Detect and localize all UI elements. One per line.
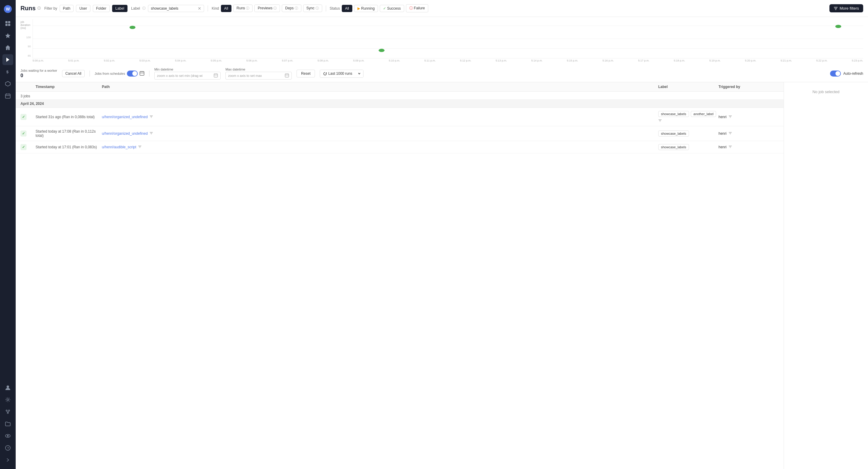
path-link[interactable]: u/henri/audible_script [102,145,136,149]
sidebar-icon-runs[interactable] [2,54,13,65]
sidebar-icon-visibility[interactable] [2,430,13,441]
schedules-toggle[interactable] [127,70,138,76]
sidebar-icon-apps[interactable] [2,79,13,89]
status-failure-btn[interactable]: ⓘ Failure [406,4,428,12]
sidebar-icon-help[interactable]: ? [2,442,13,453]
svg-point-17 [8,410,10,411]
status-success-icon: ✓ [21,130,27,136]
filter-label-btn[interactable]: Label [112,5,127,12]
reset-btn[interactable]: Reset [297,70,315,77]
calendar-icon-ctrl[interactable] [140,71,144,76]
svg-marker-9 [5,82,10,86]
path-link[interactable]: u/henri/organized_undefined [102,115,148,119]
filter-folder-btn[interactable]: Folder [93,5,110,12]
path-filter-icon[interactable] [138,145,142,149]
min-datetime-calendar-icon[interactable] [214,73,218,78]
sidebar-icon-home[interactable] [2,42,13,53]
sidebar-icon-schedule[interactable] [2,90,13,101]
status-success-btn[interactable]: ✓ Success [380,5,404,12]
table-row[interactable]: ✓ Started today at 17:08 (Ran in 0,112s … [16,126,784,141]
svg-point-18 [7,412,8,413]
kind-deps-btn[interactable]: Deps ⓘ [282,4,301,12]
main-content: Runs ⓘ Filter by Path User Folder Label … [16,0,868,469]
triggered-filter-icon[interactable] [728,131,732,136]
clear-label-btn[interactable]: ✕ [198,6,201,11]
kind-sync-btn[interactable]: Sync ⓘ [303,4,322,12]
filter-user-btn[interactable]: User [76,5,90,12]
svg-point-16 [6,410,7,411]
svg-rect-10 [5,94,10,98]
table-container: 3 jobs April 24, 2024 ✓ Started 31s ago … [16,92,784,469]
autorefresh-wrap: Auto-refresh [830,70,863,76]
path-cell: u/henri/organized_undefined [102,115,658,119]
divider-2 [326,5,326,11]
sidebar-icon-integrations[interactable] [2,406,13,417]
sidebar-icon-settings[interactable] [2,394,13,405]
label-tag: another_label [691,111,716,117]
last-runs-btn[interactable]: Last 1000 runs [320,70,355,77]
jobs-from-schedules-group: Jobs from schedules [95,70,144,76]
divider-3 [90,70,90,76]
path-filter-icon[interactable] [150,131,153,136]
label-info-icon[interactable]: ⓘ [142,6,146,10]
status-success-icon: ✓ [21,144,27,150]
last-runs-dropdown-btn[interactable] [355,70,363,77]
jobs-count: 3 jobs [16,92,784,99]
svg-marker-7 [6,58,9,62]
labels-filter-icon[interactable] [658,119,662,123]
last-runs-wrap: Last 1000 runs [320,70,363,78]
sidebar: W $ [0,0,16,469]
triggered-filter-icon[interactable] [728,145,732,149]
svg-point-22 [7,435,9,437]
cancel-all-btn[interactable]: Cancel All [62,70,85,77]
label-input[interactable] [151,6,196,10]
timestamp-cell: Started today at 17:08 (Ran in 0,112s to… [36,129,102,138]
svg-point-14 [7,385,9,388]
triggered-filter-icon[interactable] [728,115,732,119]
status-all-btn[interactable]: All [342,5,352,12]
chart-x-axis: 5:00 p.m. 5:01 p.m. 5:02 p.m. 5:03 p.m. … [33,59,863,63]
svg-text:?: ? [7,446,9,450]
col-triggered: Triggered by [718,85,779,89]
path-link[interactable]: u/henri/organized_undefined [102,131,148,136]
svg-point-28 [130,26,135,29]
max-datetime-input[interactable]: zoom x axis to set max [225,72,292,80]
sidebar-icon-expand[interactable] [2,455,13,465]
path-filter-icon[interactable] [150,115,153,119]
svg-line-19 [7,411,8,412]
filter-by-section: Filter by Path User Folder Label [44,5,127,12]
kind-runs-btn[interactable]: Runs ⓘ [233,4,253,12]
col-label: Label [658,85,718,89]
labels-cell: showcase_labels [658,130,718,136]
sidebar-icon-grid[interactable] [2,18,13,29]
min-datetime-group: Min datetime zoom x axis to set min (dra… [154,67,221,80]
path-cell: u/henri/audible_script [102,145,658,149]
svg-rect-31 [140,71,144,75]
table-row[interactable]: ✓ Started 31s ago (Ran in 0,088s total) … [16,108,784,126]
sidebar-icon-user[interactable] [2,382,13,393]
kind-all-btn[interactable]: All [221,5,231,12]
title-info-icon[interactable]: ⓘ [37,6,41,10]
max-datetime-calendar-icon[interactable] [285,73,289,78]
status-running-btn[interactable]: ▶ Running [354,5,378,12]
sidebar-icon-billing[interactable]: $ [2,66,13,77]
sidebar-icon-star[interactable] [2,30,13,41]
svg-point-30 [835,25,841,28]
logo[interactable]: W [2,4,13,14]
triggered-cell: henri [718,131,779,136]
sidebar-icon-folders[interactable] [2,418,13,429]
label-input-wrap: ✕ [148,5,204,12]
autorefresh-toggle[interactable] [830,70,841,76]
svg-rect-3 [8,21,10,23]
labels-cell: showcase_labels another_label [658,111,718,123]
filter-path-btn[interactable]: Path [60,5,74,12]
more-filters-btn[interactable]: More filters [830,4,863,12]
label-tag: showcase_labels [658,130,689,136]
min-datetime-input[interactable]: zoom x axis to set min (drag wi [154,72,221,80]
svg-point-29 [378,49,384,52]
content-area: Timestamp Path Label Triggered by 3 jobs… [16,82,868,469]
chart-area: job duration (ms) 100 90 85 [16,17,868,65]
table-row[interactable]: ✓ Started today at 17:01 (Ran in 0,083s)… [16,141,784,153]
kind-previews-btn[interactable]: Previews ⓘ [254,4,280,12]
toggle-knob [132,71,137,76]
